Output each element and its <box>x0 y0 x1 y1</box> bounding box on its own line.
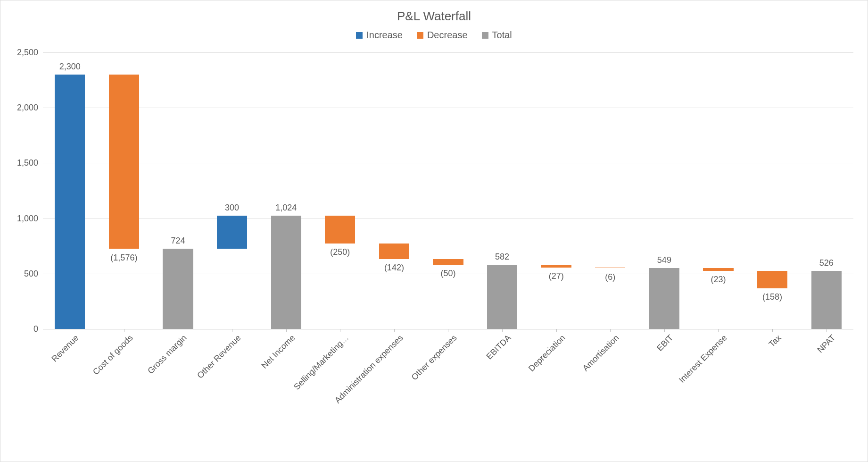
x-axis-tick <box>124 329 124 332</box>
bar-slot: 1,024Net Income <box>259 52 313 329</box>
legend-item-increase: Increase <box>356 30 403 41</box>
bar-slot: 300Other Revenue <box>205 52 259 329</box>
bar-decrease <box>757 271 787 288</box>
bar-decrease <box>325 216 355 244</box>
legend-swatch-decrease <box>417 32 423 39</box>
bar-value-label: (23) <box>691 275 745 285</box>
bar-value-label: 300 <box>205 203 259 213</box>
bar-slot: 2,300Revenue <box>43 52 97 329</box>
x-axis-label: Selling/Marketing… <box>292 333 351 392</box>
x-axis-label: EBITDA <box>485 333 513 361</box>
bar-total <box>163 249 193 329</box>
bar-slot: (27)Depreciation <box>529 52 583 329</box>
x-axis-tick <box>394 329 395 332</box>
x-axis-tick <box>772 329 773 332</box>
legend-label-decrease: Decrease <box>427 30 468 41</box>
bar-value-label: 1,024 <box>259 203 313 213</box>
bar-slot: (1,576)Cost of goods <box>97 52 151 329</box>
bar-value-label: (250) <box>313 247 367 257</box>
bar-decrease <box>433 259 463 265</box>
x-axis-label: Net Income <box>259 333 297 370</box>
bar-slot: 549EBIT <box>637 52 692 329</box>
x-axis-tick <box>718 329 719 332</box>
bar-value-label: 549 <box>637 255 692 265</box>
y-axis-label: 500 <box>10 269 38 278</box>
legend-swatch-increase <box>356 32 363 39</box>
x-axis-label: Amortisation <box>581 333 621 373</box>
bar-increase <box>217 216 247 249</box>
bar-slot: (50)Other expenses <box>421 52 475 329</box>
bar-value-label: (27) <box>529 271 583 281</box>
y-axis-label: 1,500 <box>10 158 38 168</box>
bar-value-label: (142) <box>367 263 422 273</box>
x-axis-label: NPAT <box>815 333 837 355</box>
x-axis-tick <box>178 329 178 332</box>
bar-decrease <box>595 268 625 269</box>
bar-decrease <box>109 75 139 249</box>
y-axis-label: 2,500 <box>10 48 38 58</box>
bar-slot: 582EBITDA <box>475 52 529 329</box>
x-axis-tick <box>827 329 827 332</box>
legend-label-total: Total <box>492 30 512 41</box>
bar-total <box>487 265 517 329</box>
y-axis-label: 2,000 <box>10 103 38 113</box>
bar-total <box>271 216 301 329</box>
bar-slot: 724Gross margin <box>151 52 205 329</box>
x-axis-label: Revenue <box>50 333 81 364</box>
x-axis-tick <box>70 329 70 332</box>
legend-item-decrease: Decrease <box>417 30 468 41</box>
bar-slot: (250)Selling/Marketing… <box>313 52 367 329</box>
x-axis-label: Cost of goods <box>91 333 135 377</box>
legend: Increase Decrease Total <box>0 30 868 41</box>
x-axis-label: Other Revenue <box>195 333 243 380</box>
x-axis-label: EBIT <box>655 333 675 353</box>
x-axis-tick <box>664 329 665 332</box>
bar-value-label: (158) <box>745 292 800 302</box>
bar-slot: 526NPAT <box>799 52 853 329</box>
bar-value-label: 724 <box>151 236 205 246</box>
bar-value-label: (6) <box>583 272 637 282</box>
y-axis-label: 0 <box>10 324 38 334</box>
bar-value-label: (50) <box>421 269 475 278</box>
y-axis-label: 1,000 <box>10 213 38 223</box>
x-axis-tick <box>610 329 611 332</box>
x-axis-tick <box>502 329 503 332</box>
x-axis-label: Interest Expense <box>677 333 729 385</box>
x-axis-label: Other expenses <box>410 333 459 382</box>
legend-label-increase: Increase <box>366 30 403 41</box>
bar-decrease <box>703 268 733 270</box>
x-axis-tick <box>340 329 340 332</box>
bar-decrease <box>541 265 571 268</box>
bar-decrease <box>379 244 409 259</box>
bar-total <box>649 268 679 329</box>
bar-value-label: 2,300 <box>43 62 97 72</box>
bar-total <box>811 271 842 329</box>
bar-value-label: 526 <box>799 258 853 268</box>
bar-slot: (142)Administration expenses <box>367 52 422 329</box>
x-axis-label: Depreciation <box>527 333 567 373</box>
x-axis-tick <box>286 329 287 332</box>
bar-value-label: 582 <box>475 252 529 262</box>
x-axis-label: Gross margin <box>146 333 189 376</box>
bar-slot: (158)Tax <box>745 52 800 329</box>
chart-title: P&L Waterfall <box>0 9 868 24</box>
legend-swatch-total <box>482 32 488 39</box>
plot-area: 05001,0001,5002,0002,5002,300Revenue(1,5… <box>43 52 853 329</box>
x-axis-tick <box>448 329 448 332</box>
bar-slot: (23)Interest Expense <box>691 52 745 329</box>
waterfall-chart: P&L Waterfall Increase Decrease Total 05… <box>0 0 868 462</box>
legend-item-total: Total <box>482 30 512 41</box>
x-axis-label: Tax <box>767 333 784 349</box>
x-axis-tick <box>232 329 232 332</box>
x-axis-tick <box>556 329 557 332</box>
bar-value-label: (1,576) <box>97 253 151 263</box>
bar-increase <box>55 75 85 329</box>
bar-slot: (6)Amortisation <box>583 52 637 329</box>
